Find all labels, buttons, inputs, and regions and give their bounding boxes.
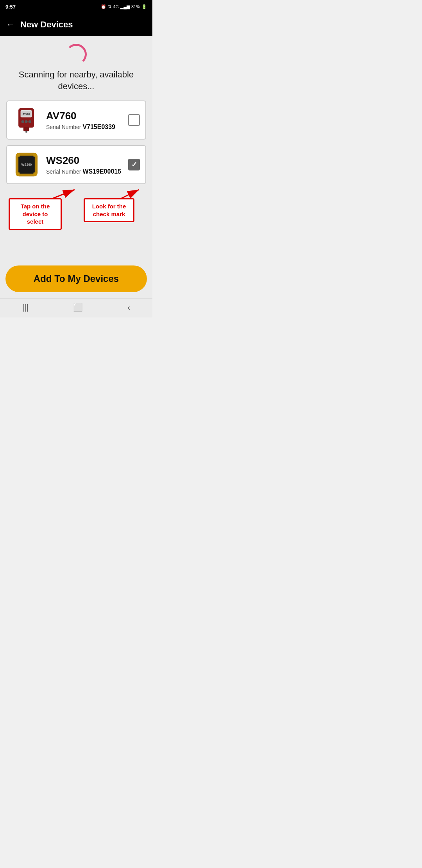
annotation-checkmark-text: Look for the check mark: [89, 203, 129, 218]
scanning-text: Scanning for nearby, available devices..…: [6, 69, 146, 92]
network-icon: 4G: [113, 4, 119, 9]
svg-rect-14: [16, 172, 20, 176]
svg-point-6: [29, 120, 31, 123]
svg-text:WS260: WS260: [21, 163, 32, 167]
annotation-tap-text: Tap on the device to select: [14, 203, 57, 226]
main-content: Scanning for nearby, available devices..…: [0, 36, 152, 259]
svg-line-19: [122, 190, 139, 198]
svg-rect-7: [23, 127, 29, 131]
signal-bars-icon: ▂▄▆: [120, 4, 130, 9]
sys-nav-back-icon[interactable]: ‹: [127, 303, 130, 312]
sys-nav-home-icon[interactable]: ⬜: [73, 303, 83, 312]
status-time: 9:57: [5, 4, 16, 10]
battery-icon: 🔋: [141, 4, 147, 9]
battery-level: 81%: [131, 4, 140, 9]
annotation-checkmark: Look for the check mark: [84, 198, 134, 222]
device-card-av760[interactable]: AV760 AV760 Serial Number V715E0339: [6, 100, 146, 140]
svg-point-5: [25, 120, 27, 123]
device-info-av760: AV760 Serial Number V715E0339: [46, 110, 128, 131]
svg-point-4: [21, 120, 24, 123]
add-to-devices-button[interactable]: Add To My Devices: [5, 265, 147, 292]
svg-rect-8: [25, 131, 27, 133]
sys-nav-menu-icon[interactable]: |||: [22, 303, 29, 312]
page-title: New Devices: [20, 20, 73, 30]
device-icon-av760: AV760: [13, 106, 41, 134]
nav-bar: ← New Devices: [0, 13, 152, 36]
annotations-area: Tap on the device to select Look for the…: [6, 187, 146, 249]
checkbox-ws260[interactable]: [128, 159, 140, 170]
svg-line-18: [53, 190, 75, 198]
serial-value-av760: V715E0339: [82, 124, 115, 130]
status-bar: 9:57 ⏰ ⇅ 4G ▂▄▆ 81% 🔋: [0, 0, 152, 13]
svg-rect-12: [16, 154, 20, 157]
svg-rect-13: [33, 154, 37, 157]
annotation-tap: Tap on the device to select: [9, 198, 62, 230]
checkbox-av760[interactable]: [128, 114, 140, 126]
status-icons: ⏰ ⇅ 4G ▂▄▆ 81% 🔋: [101, 4, 147, 9]
device-icon-ws260: WS260: [13, 151, 41, 179]
alarm-icon: ⏰: [101, 4, 106, 9]
svg-rect-15: [33, 172, 37, 176]
spinner-animation: [66, 44, 87, 65]
device-card-ws260[interactable]: WS260 WS260 Serial Number WS19E00015: [6, 145, 146, 184]
bluetooth-icon: ⇅: [108, 4, 111, 9]
device-info-ws260: WS260 Serial Number WS19E00015: [46, 154, 128, 175]
serial-value-ws260: WS19E00015: [82, 168, 121, 175]
device-name-ws260: WS260: [46, 154, 128, 167]
scanning-spinner: [66, 44, 87, 65]
system-nav: ||| ⬜ ‹: [0, 298, 152, 317]
back-button[interactable]: ←: [6, 20, 15, 30]
device-serial-ws260: Serial Number WS19E00015: [46, 168, 128, 175]
device-name-av760: AV760: [46, 110, 128, 122]
bottom-bar: Add To My Devices: [0, 259, 152, 298]
svg-text:AV760: AV760: [23, 113, 30, 115]
device-serial-av760: Serial Number V715E0339: [46, 124, 128, 131]
